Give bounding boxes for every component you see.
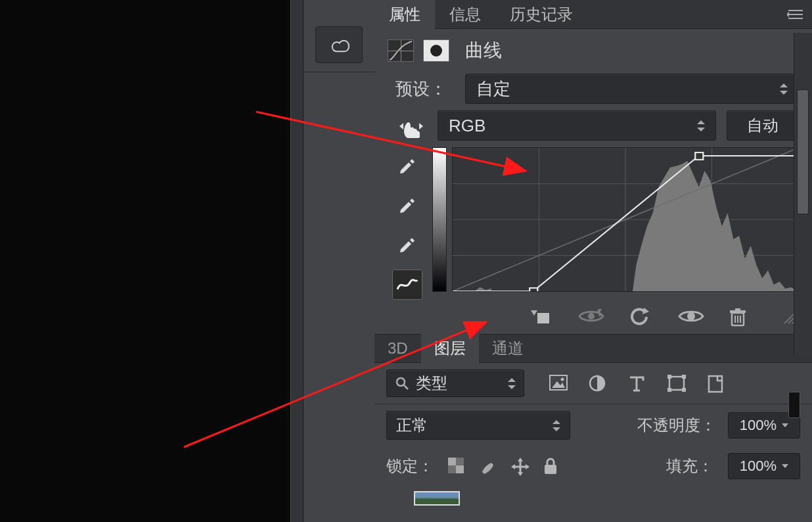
svg-rect-38 [456, 465, 464, 473]
auto-button[interactable]: 自动 [727, 110, 799, 141]
scrollbar-thumb[interactable] [797, 89, 809, 214]
targeted-adjust-icon[interactable] [395, 112, 427, 139]
svg-line-25 [404, 385, 408, 389]
layer-filter-row: 类型 [374, 363, 812, 404]
preset-label: 预设： [395, 78, 455, 101]
filter-pixel-icon[interactable] [549, 375, 569, 392]
svg-marker-42 [526, 464, 530, 469]
tab-channels[interactable]: 通道 [479, 334, 537, 363]
filter-adjust-icon[interactable] [589, 375, 608, 392]
eyedropper-black-icon[interactable] [392, 151, 422, 181]
curves-area [374, 143, 812, 302]
filter-smart-icon[interactable] [707, 375, 727, 392]
svg-marker-41 [511, 464, 515, 469]
tab-layers[interactable]: 图层 [421, 334, 479, 363]
blend-row: 正常 不透明度： 100% [374, 404, 812, 446]
filter-type-dropdown[interactable]: 类型 [386, 369, 524, 397]
svg-marker-2 [419, 123, 423, 130]
svg-rect-32 [682, 375, 686, 379]
layer-thumbnail[interactable] [414, 491, 460, 506]
tab-3d[interactable]: 3D [374, 334, 421, 363]
properties-panel: 属性 信息 历史记录 曲线 预设： 自定 RGB 自动 [374, 0, 812, 522]
tab-info[interactable]: 信息 [435, 0, 495, 29]
reset-icon[interactable] [628, 308, 650, 327]
svg-marker-1 [399, 123, 403, 130]
channel-row: RGB 自动 [374, 108, 812, 143]
view-previous-icon[interactable] [578, 308, 600, 327]
tab-history[interactable]: 历史记录 [495, 0, 587, 29]
opacity-label[interactable]: 不透明度： [637, 415, 716, 436]
channel-dropdown[interactable]: RGB [438, 110, 716, 141]
clip-to-layer-icon[interactable] [528, 308, 551, 327]
preset-row: 预设： 自定 [374, 70, 812, 108]
blend-mode-value: 正常 [396, 415, 428, 436]
lock-pixels-icon[interactable] [480, 458, 497, 475]
svg-point-24 [397, 378, 405, 386]
channel-value: RGB [449, 116, 485, 136]
layer-mask-icon[interactable] [423, 39, 449, 62]
svg-rect-35 [709, 376, 722, 392]
svg-rect-11 [695, 153, 703, 160]
layers-panel-tabs: 3D 图层 通道 [374, 334, 812, 363]
lock-row: 锁定： 填充： 100% [374, 446, 812, 486]
trash-icon[interactable] [728, 308, 750, 327]
svg-rect-34 [682, 388, 686, 392]
svg-marker-40 [518, 472, 523, 476]
fill-label[interactable]: 填充： [666, 456, 713, 477]
curve-graph[interactable] [452, 147, 799, 292]
visibility-icon[interactable] [678, 308, 700, 327]
filter-type-label: 类型 [416, 373, 447, 394]
preset-value: 自定 [476, 78, 510, 101]
lock-label: 锁定： [386, 456, 434, 477]
eyedropper-gray-icon[interactable] [392, 191, 422, 221]
canvas-area [0, 0, 290, 522]
tab-properties[interactable]: 属性 [374, 0, 435, 29]
panel-menu-icon[interactable] [787, 9, 805, 20]
eyedropper-white-icon[interactable] [392, 230, 422, 260]
output-gradient[interactable] [432, 147, 447, 292]
layer-list[interactable] [374, 486, 812, 511]
blend-mode-dropdown[interactable]: 正常 [386, 411, 570, 440]
svg-rect-19 [730, 310, 746, 313]
filter-toggle-switch[interactable] [788, 392, 800, 418]
curves-tool-column [388, 147, 427, 300]
svg-marker-0 [787, 12, 789, 17]
svg-rect-37 [448, 458, 456, 465]
svg-marker-12 [531, 310, 537, 316]
curve-edit-icon[interactable] [392, 270, 422, 300]
svg-marker-16 [643, 308, 649, 314]
adjustment-title: 曲线 [465, 38, 502, 63]
lock-transparency-icon[interactable] [448, 458, 465, 475]
svg-rect-31 [667, 375, 671, 379]
svg-rect-10 [530, 288, 537, 291]
panel-scrollbar[interactable] [794, 33, 812, 355]
panel-tabs: 属性 信息 历史记录 [374, 0, 812, 29]
svg-rect-20 [735, 308, 740, 310]
svg-rect-30 [669, 377, 684, 390]
adjustment-header: 曲线 [374, 29, 812, 70]
svg-rect-33 [667, 388, 671, 392]
svg-rect-43 [545, 465, 556, 474]
creative-cloud-button[interactable] [315, 26, 363, 63]
lock-all-icon[interactable] [543, 458, 560, 475]
panel-divider[interactable] [290, 0, 304, 522]
svg-marker-27 [552, 381, 565, 388]
filter-text-icon[interactable] [628, 375, 648, 392]
svg-point-28 [561, 378, 564, 381]
filter-shape-icon[interactable] [667, 375, 687, 392]
adjustment-actions [374, 302, 812, 334]
svg-rect-13 [537, 313, 549, 323]
preset-dropdown[interactable]: 自定 [465, 74, 799, 104]
collapsed-panel-strip [304, 0, 374, 522]
curves-adjustment-icon[interactable] [388, 39, 414, 62]
svg-point-17 [687, 312, 695, 320]
document-canvas[interactable] [0, 0, 286, 522]
fill-value[interactable]: 100% [728, 453, 800, 479]
lock-position-icon[interactable] [511, 458, 528, 475]
svg-point-14 [588, 313, 595, 320]
svg-marker-39 [518, 458, 523, 462]
